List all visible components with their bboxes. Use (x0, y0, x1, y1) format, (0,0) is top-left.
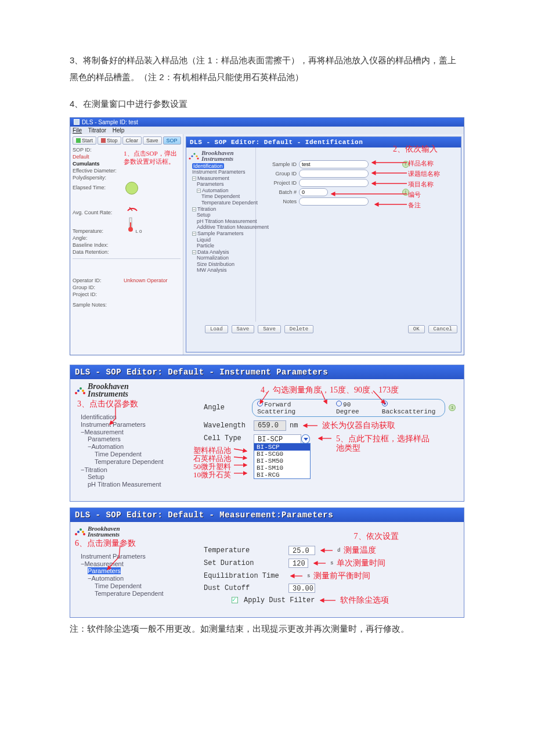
delete-button[interactable]: Delete (284, 325, 313, 333)
menu-help[interactable]: Help (113, 127, 125, 134)
s2-tree-ph-titration[interactable]: pH Titration Measurement (88, 481, 196, 488)
cell-opt-bi-scg0[interactable]: BI-SCG0 (254, 451, 310, 458)
duration-input[interactable]: 120 (288, 559, 308, 568)
s2-tree-identification[interactable]: Identification (81, 413, 196, 420)
sop-button[interactable]: SOP (163, 136, 181, 145)
paragraph-4: 4、在测量窗口中进行参数设置 (70, 96, 464, 113)
tree-list[interactable]: Identification Instrument Parameters −Me… (187, 163, 254, 273)
saveas-button[interactable]: Save (258, 325, 281, 333)
apply-dust-filter-checkbox[interactable] (232, 597, 238, 603)
tree-titration[interactable]: Titration (197, 206, 216, 212)
ok-button[interactable]: OK (408, 325, 425, 333)
dls-main-window: DLS - Sample ID: test File Titrator Help… (70, 117, 464, 355)
s2-tree-parameters[interactable]: Parameters (88, 435, 196, 443)
tree-instrument-parameters[interactable]: Instrument Parameters (192, 169, 254, 175)
s2-tree-setup[interactable]: Setup (88, 473, 196, 481)
radio-90-degree[interactable] (336, 401, 342, 406)
s3-tree-automation[interactable]: Automation (91, 575, 124, 582)
tree-automation[interactable]: Automation (202, 188, 229, 193)
s3-logo: Brookhaven Instruments (74, 525, 196, 538)
clear-button[interactable]: Clear (122, 136, 142, 145)
notes-input[interactable] (299, 197, 369, 206)
s3-tree-time-dependent[interactable]: Time Dependent (95, 582, 196, 589)
svg-point-4 (189, 157, 190, 159)
logo-text-bot: Instruments (201, 155, 233, 162)
cancel-button[interactable]: Cancel (428, 325, 457, 333)
s3-tree-measurement[interactable]: Measurement (84, 560, 123, 567)
cell-opt-bi-rcg[interactable]: BI-RCG (254, 471, 310, 478)
tree-setup[interactable]: Setup (197, 212, 254, 218)
retention-label: Data Retention: (73, 249, 124, 255)
s2-tree-automation[interactable]: Automation (91, 443, 124, 450)
s2-tree-measurement[interactable]: Measurement (84, 429, 123, 435)
s3-tree[interactable]: Instrument Parameters −Measurement Param… (74, 552, 196, 597)
temperature-input[interactable]: 25.0 (288, 546, 315, 555)
s3-titlebar[interactable]: DLS - SOP Editor: Default - Measurement:… (70, 508, 464, 522)
tree-identification[interactable]: Identification (192, 163, 224, 169)
radio-forward-scattering[interactable] (257, 401, 263, 406)
tree-normalization[interactable]: Normalization (197, 255, 254, 261)
tree-parameters[interactable]: Parameters (197, 181, 254, 188)
cell-opt-bi-sm50[interactable]: BI-SM50 (254, 458, 310, 465)
cell-opt-bi-sm10[interactable]: BI-SM10 (254, 465, 310, 471)
batch-input[interactable] (299, 188, 328, 196)
tree-temp-dependent[interactable]: Temperature Dependent (201, 199, 254, 206)
stop-icon (101, 138, 106, 143)
sample-id-label: Sample ID (262, 161, 297, 167)
s2-tree[interactable]: Identification Instrument Parameters −Me… (74, 413, 196, 488)
brookhaven-logo-icon-2 (74, 385, 86, 395)
equilibration-label: Equilibration Time (204, 572, 285, 580)
tree-sample-parameters[interactable]: Sample Parameters (197, 231, 244, 236)
annotation-wavelength: 波长为仪器自动获取 (322, 420, 395, 431)
project-id-input[interactable] (299, 179, 369, 187)
annotation-dust: 软件除尘选项 (340, 595, 389, 606)
tree-measurement[interactable]: Measurement (197, 175, 229, 181)
s2-tree-temp-dependent[interactable]: Temperature Dependent (95, 458, 196, 465)
annotation-3: 3、点击仪器参数 (77, 399, 196, 409)
load-button[interactable]: Load (205, 325, 228, 333)
tree-size-distribution[interactable]: Size Distribution (197, 261, 254, 268)
tree-particle[interactable]: Particle (197, 243, 254, 249)
tree-ph-titration[interactable]: pH Titration Measurement (197, 218, 254, 224)
cell-type-dropdown-list[interactable]: BI-SCP BI-SCG0 BI-SM50 BI-SM10 BI-RCG (254, 443, 311, 479)
project-id-label: Project ID: (73, 291, 124, 297)
annotation-cell-50ul: 50微升塑料 (193, 463, 231, 471)
cell-type-value[interactable]: BI-SCP (254, 434, 301, 444)
s2-title: DLS - SOP Editor: Default - Instrument P… (75, 368, 328, 377)
tree-additive-titration[interactable]: Additive Titration Measurement (197, 224, 254, 231)
tree-data-analysis[interactable]: Data Analysis (197, 249, 229, 255)
annotation-4: 4、勾选测量角度，15度、90度、173度 (204, 385, 456, 395)
stop-button[interactable]: Stop (98, 136, 121, 145)
s2-tree-instrument-parameters[interactable]: Instrument Parameters (81, 421, 146, 428)
s3-tree-instrument-parameters[interactable]: Instrument Parameters (81, 552, 196, 560)
menu-titrator[interactable]: Titrator (88, 127, 106, 134)
cell-opt-bi-scp[interactable]: BI-SCP (254, 444, 310, 451)
dropdown-arrow-icon[interactable] (301, 434, 310, 444)
tree-mw-analysis[interactable]: MW Analysis (197, 267, 254, 273)
operator-id-label: Operator ID: (73, 278, 124, 283)
titlebar[interactable]: DLS - Sample ID: test (70, 118, 464, 127)
tree-liquid[interactable]: Liquid (197, 236, 254, 243)
polydispersity-label: Polydispersity: (73, 175, 124, 181)
paragraph-3: 3、将制备好的样品装入样品池（注 1：样品池表面需擦干），再将样品池放入仪器的样… (70, 52, 464, 85)
annotation-sample-name: 样品名称 (408, 159, 434, 168)
sample-id-input[interactable] (299, 160, 369, 168)
menu-file[interactable]: File (73, 127, 82, 134)
temperature-param-label: Temperature (204, 546, 285, 555)
tree-time-dependent[interactable]: Time Dependent (201, 193, 254, 200)
s2-tree-time-dependent[interactable]: Time Dependent (95, 450, 196, 458)
info-icon-3[interactable]: i (449, 404, 456, 411)
dust-cutoff-input[interactable]: 30.00 (288, 584, 315, 593)
s2-tree-titration[interactable]: Titration (84, 466, 107, 473)
svg-point-5 (191, 155, 193, 157)
s3-tree-parameters[interactable]: Parameters (88, 567, 121, 574)
sop-tree: Brookhaven Instruments Identification In… (186, 147, 256, 322)
s2-titlebar[interactable]: DLS - SOP Editor: Default - Instrument P… (70, 365, 464, 379)
group-id-input[interactable] (299, 170, 369, 178)
start-button[interactable]: Start (73, 136, 96, 145)
s3-tree-temp-dependent[interactable]: Temperature Dependent (95, 589, 196, 597)
save-sop-button[interactable]: Save (232, 325, 255, 333)
save-button[interactable]: Save (143, 136, 162, 145)
radio-backscattering[interactable] (382, 401, 388, 406)
clock-icon (125, 182, 138, 195)
